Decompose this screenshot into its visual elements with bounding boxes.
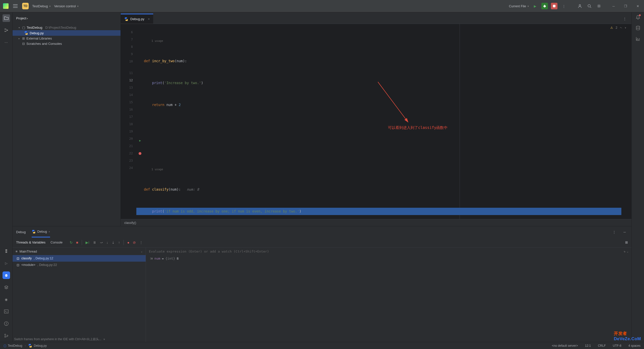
code-content[interactable]: 1 usage def incr_by_two(num): print('Inc… [136,24,631,219]
notifications-button[interactable] [636,15,640,20]
line-number[interactable]: 21 [121,143,136,150]
minimize-button[interactable]: ─ [610,3,617,9]
run-tool-button[interactable]: ▷ [3,259,10,267]
project-tool-button[interactable] [3,14,10,22]
scratches-item[interactable]: ▸ ⊟ Scratches and Consoles [13,41,120,46]
debug-panel-more-button[interactable]: ⋮ [611,229,617,235]
run-config-selector[interactable]: Current File [509,4,529,8]
evaluate-placeholder: Evaluate expression (Enter) or add a wat… [149,250,269,253]
nav-crumb-project[interactable]: ▢ TestDebug [4,344,22,347]
debug-toolbar-more-button[interactable]: ⋮ [139,240,143,245]
evaluate-expression-input[interactable]: Evaluate expression (Enter) or add a wat… [146,248,631,255]
stack-frame-classify[interactable]: ⊡ classify, Debug.py:12 [13,255,146,262]
editor-more-button[interactable]: ⋮ [621,15,628,22]
status-cursor-position[interactable]: 12:1 [585,344,591,347]
step-into-button[interactable]: ↓ [106,240,108,245]
run-button[interactable]: ▶ [532,3,538,9]
line-number[interactable]: 19 [121,128,136,135]
structure-tool-button[interactable] [3,26,10,34]
close-session-button[interactable]: × [49,230,50,233]
project-root-item[interactable]: ▾ ▢ TestDebug D:\Project\TestDebug [13,25,120,30]
close-tip-button[interactable]: × [103,338,105,341]
maximize-button[interactable]: ❐ [622,3,629,9]
step-over-button[interactable]: ⤻ [100,240,103,245]
line-number[interactable]: 22 [121,150,136,157]
stop-button[interactable] [551,3,557,9]
line-number[interactable]: 12 [121,77,136,84]
sciview-tool-button[interactable] [636,37,640,42]
close-tab-button[interactable]: × [148,17,150,21]
more-actions-button[interactable]: ⋮ [560,3,567,9]
editor-tab-debug-py[interactable]: Debug.py × [121,14,153,24]
debug-button[interactable] [541,3,548,9]
line-number[interactable]: 14 [121,91,136,99]
line-number[interactable]: 6 [121,29,136,36]
project-panel-header[interactable]: Project [13,12,120,24]
file-name: Debug.py [30,31,44,35]
threads-variables-tab[interactable]: Threads & Variables [16,240,46,244]
debug-session-tab[interactable]: Debug × [32,226,50,237]
debug-panel-minimize-button[interactable]: ─ [621,229,628,235]
search-everywhere-button[interactable] [586,3,593,9]
resume-button[interactable]: ▶⁞ [86,240,89,245]
editor-gutter[interactable]: 6 7 8 9 10 11 12 13 14 15 16 17 18 [121,24,136,219]
rerun-button[interactable]: ↻ [70,240,73,245]
problems-tool-button[interactable] [3,320,10,327]
mute-breakpoints-button[interactable]: ⊘ [133,240,136,245]
git-icon [4,333,9,338]
status-server[interactable]: <no default server> [552,344,578,347]
status-indent[interactable]: 4 spaces [628,344,640,347]
more-tools-button[interactable]: ⋯ [3,39,10,46]
code-with-me-button[interactable] [577,3,583,9]
line-number[interactable]: 11 [121,69,136,77]
status-line-separator[interactable]: CRLF [598,344,606,347]
expand-button[interactable]: ⌄ [627,250,628,253]
line-number[interactable]: 18 [121,121,136,128]
line-number[interactable]: 7 [121,36,136,43]
console-tab[interactable]: Console [51,240,63,244]
svg-rect-13 [4,310,8,313]
line-number[interactable]: 23 [121,157,136,164]
tip-bar: Switch frames from anywhere in the IDE w… [14,337,105,341]
layout-settings-button[interactable]: ⊞ [625,240,628,244]
editor-inspection-widget[interactable]: ⚠ 2 ヘ ∨ [610,26,626,29]
variable-num[interactable]: ⁝≡ num = {int} 8 [146,255,631,262]
file-item-debug-py[interactable]: Debug.py [13,30,120,36]
external-libraries-item[interactable]: ▸ ⊞ External Libraries [13,36,120,41]
line-number[interactable]: 20▶ [121,135,136,143]
line-number[interactable]: 15 [121,99,136,106]
history-button[interactable]: ↻ [624,250,625,253]
project-selector[interactable]: TestDebug [32,4,51,8]
step-into-my-button[interactable]: ⇣ [112,240,115,245]
debug-tool-button[interactable] [3,271,10,279]
line-number[interactable]: 24 [121,164,136,172]
line-number[interactable]: 9 [121,51,136,58]
status-encoding[interactable]: UTF-8 [613,344,621,347]
settings-button[interactable] [596,3,602,9]
stop-debug-button[interactable]: ■ [76,240,78,245]
close-window-button[interactable]: ✕ [634,3,641,9]
project-badge[interactable]: TD [22,3,29,9]
editor-breadcrumb[interactable]: classify() [121,219,631,226]
terminal-tool-button[interactable] [3,308,10,315]
view-breakpoints-button[interactable]: ● [127,240,129,245]
line-number[interactable]: 13 [121,84,136,91]
services-tool-button[interactable] [3,284,10,291]
thread-icon: ≡ [16,250,18,253]
line-number[interactable]: 10 [121,58,136,65]
main-menu-button[interactable] [12,3,19,9]
line-number[interactable]: 17 [121,113,136,121]
line-number[interactable]: 8 [121,43,136,51]
nav-crumb-file[interactable]: Debug.py [28,344,47,348]
python-console-button[interactable]: ◉ [3,296,10,303]
line-number[interactable]: 16 [121,106,136,113]
database-tool-button[interactable] [636,26,640,31]
step-out-button[interactable]: ↑ [118,240,120,245]
pause-button[interactable]: ⏸ [93,240,96,245]
python-packages-button[interactable] [3,247,10,255]
code-editor[interactable]: ⚠ 2 ヘ ∨ 6 7 8 9 10 11 [121,24,631,219]
thread-selector[interactable]: ≡ MainThread ⌄ [13,248,146,255]
vcs-selector[interactable]: Version control [54,4,78,8]
vcs-tool-button[interactable] [3,332,10,339]
stack-frame-module[interactable]: ⊡ <module>, Debug.py:22 [13,262,146,268]
